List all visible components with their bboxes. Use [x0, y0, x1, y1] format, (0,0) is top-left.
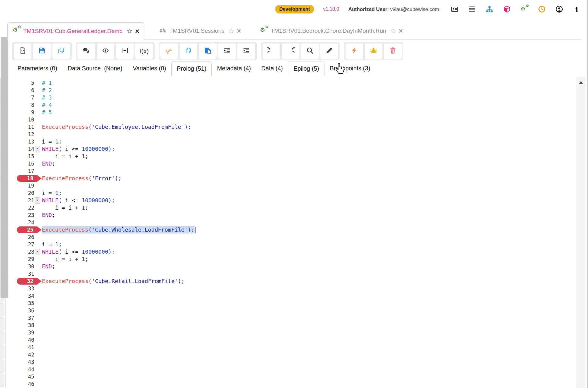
search-button[interactable]: [301, 43, 319, 59]
editor-scrollbar[interactable]: [576, 77, 585, 388]
run-button[interactable]: [345, 43, 363, 59]
view-source-button[interactable]: [13, 43, 32, 59]
id-card-icon[interactable]: [451, 5, 459, 13]
line-number[interactable]: 28: [6, 248, 34, 256]
line-number[interactable]: 43: [6, 358, 34, 366]
code-text[interactable]: WHILE( i <= 10000000);: [42, 197, 115, 204]
clock-icon[interactable]: [538, 5, 546, 13]
line-number[interactable]: 19: [6, 182, 34, 189]
line-number[interactable]: 30: [6, 263, 34, 270]
line-number[interactable]: 26: [6, 233, 34, 241]
fold-toggle-icon[interactable]: ▾: [35, 249, 40, 255]
line-number[interactable]: 27: [6, 241, 34, 248]
code-text[interactable]: ExecuteProcess('Cube.Wholesale.LoadFromF…: [42, 226, 195, 233]
favorite-star-icon[interactable]: ☆: [127, 28, 132, 35]
paste-button[interactable]: [199, 43, 217, 59]
code-text[interactable]: i = i + 1;: [42, 204, 88, 211]
save-button[interactable]: [33, 43, 51, 59]
fold-toggle-icon[interactable]: ▾: [35, 146, 40, 152]
line-number[interactable]: 40: [6, 336, 34, 344]
code-editor[interactable]: 5# 16# 27# 38# 49# 51011ExecuteProcess('…: [6, 79, 575, 388]
line-number[interactable]: 35: [6, 300, 34, 307]
line-number[interactable]: 5: [6, 79, 34, 87]
code-text[interactable]: END;: [42, 160, 55, 167]
line-number[interactable]: 34: [6, 292, 34, 300]
line-number[interactable]: 14: [6, 145, 34, 153]
subtab-prolog-51[interactable]: Prolog (51): [171, 61, 212, 76]
code-text[interactable]: # 2: [42, 87, 52, 94]
close-tab-icon[interactable]: ×: [135, 28, 139, 34]
collapse-button[interactable]: [116, 43, 134, 59]
subtab-metadata-4[interactable]: Metadata (4): [212, 61, 256, 76]
close-tab-icon[interactable]: ×: [399, 28, 403, 34]
edit-button[interactable]: [320, 43, 338, 59]
code-text[interactable]: END;: [42, 263, 55, 270]
line-number[interactable]: 21: [6, 197, 34, 204]
line-number[interactable]: 13: [6, 138, 34, 145]
line-number[interactable]: 39: [6, 329, 34, 336]
list-icon[interactable]: [468, 5, 476, 13]
code-text[interactable]: i = 1;: [42, 138, 62, 145]
cut-button[interactable]: ✂: [160, 43, 178, 59]
line-number[interactable]: 17: [6, 167, 34, 175]
outdent-button[interactable]: [237, 43, 255, 59]
info-icon[interactable]: i: [573, 5, 581, 13]
code-text[interactable]: ExecuteProcess('Error');: [42, 175, 121, 182]
line-number[interactable]: 33: [6, 285, 34, 292]
line-number[interactable]: 29: [6, 256, 34, 263]
code-text[interactable]: WHILE( i <= 10000000);: [42, 145, 115, 153]
subtab-breakpoints-3[interactable]: Breakpoints (3): [325, 61, 375, 76]
code-text[interactable]: i = 1;: [42, 241, 62, 248]
line-number[interactable]: 37: [6, 314, 34, 322]
code-text[interactable]: # 5: [42, 109, 52, 116]
line-number[interactable]: 7: [6, 94, 34, 101]
code-text[interactable]: # 1: [42, 79, 52, 87]
code-text[interactable]: i = i + 1;: [42, 256, 88, 263]
subtab-variables-0[interactable]: Variables (0): [128, 61, 171, 76]
subtab-epilog-5[interactable]: Epilog (5): [288, 61, 324, 76]
debug-button[interactable]: [364, 43, 383, 59]
line-number[interactable]: 6: [6, 87, 34, 94]
line-number[interactable]: 45: [6, 373, 34, 380]
favorite-star-icon[interactable]: ☆: [390, 27, 396, 35]
user-icon[interactable]: [555, 5, 563, 13]
code-text[interactable]: ExecuteProcess('Cube.Employee.LoadFromFi…: [42, 123, 191, 131]
line-number[interactable]: 41: [6, 344, 34, 351]
close-tab-icon[interactable]: ×: [237, 28, 241, 34]
line-number[interactable]: 44: [6, 366, 34, 373]
code-button[interactable]: [96, 43, 115, 59]
line-number[interactable]: 9: [6, 109, 34, 116]
code-text[interactable]: ExecuteProcess('Cube.Retail.LoadFromFile…: [42, 278, 184, 285]
favorite-star-icon[interactable]: ☆: [228, 27, 234, 35]
line-number[interactable]: 38: [6, 322, 34, 329]
indent-button[interactable]: [218, 43, 236, 59]
fold-toggle-icon[interactable]: ▾: [35, 197, 40, 204]
code-text[interactable]: # 4: [42, 101, 52, 109]
breakpoint-badge[interactable]: 25: [17, 226, 37, 233]
line-number[interactable]: 31: [6, 270, 34, 278]
line-number[interactable]: 20: [6, 189, 34, 197]
code-text[interactable]: WHILE( i <= 10000000);: [42, 248, 115, 256]
line-number[interactable]: 16: [6, 160, 34, 167]
breakpoint-badge[interactable]: 32: [17, 278, 37, 285]
code-text[interactable]: i = 1;: [42, 189, 62, 197]
line-number[interactable]: 22: [6, 204, 34, 211]
line-number[interactable]: 12: [6, 131, 34, 138]
line-number[interactable]: 8: [6, 101, 34, 109]
line-number[interactable]: 42: [6, 351, 34, 358]
sitemap-icon[interactable]: [486, 5, 493, 13]
undo-button[interactable]: [262, 43, 281, 59]
copy-object-button[interactable]: [52, 43, 70, 59]
main-tab-3[interactable]: ⚙⚙TM1SRV01:Bedrock.Chore.DayInMonth.Run☆…: [255, 22, 408, 39]
code-text[interactable]: i = i + 1;: [42, 153, 88, 160]
code-text[interactable]: # 3: [42, 94, 52, 101]
main-tab-1[interactable]: ⚙⚙TM1SRV01:Cub.GeneralLedger.Demo☆×: [7, 22, 144, 39]
line-number[interactable]: 24: [6, 219, 34, 226]
breakpoint-badge[interactable]: 18: [17, 175, 37, 182]
function-button[interactable]: f(x): [135, 43, 153, 59]
line-number[interactable]: 36: [6, 307, 34, 314]
line-number[interactable]: 15: [6, 153, 34, 160]
redo-button[interactable]: [281, 43, 300, 59]
subtab-data-4[interactable]: Data (4): [256, 61, 288, 76]
delete-button[interactable]: [384, 43, 402, 59]
